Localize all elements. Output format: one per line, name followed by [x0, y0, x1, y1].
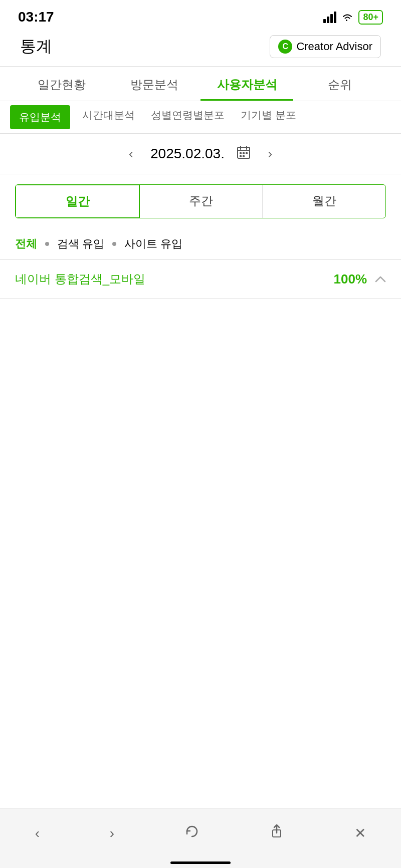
period-monthly-button[interactable]: 월간: [263, 185, 385, 218]
main-nav-user[interactable]: 사용자분석: [200, 67, 293, 101]
sub-nav-gender[interactable]: 성별연령별분포: [143, 101, 233, 133]
creator-advisor-button[interactable]: C Creator Advisor: [270, 35, 381, 58]
data-row-0: 네이버 통합검색_모바일 100%: [0, 260, 401, 299]
date-prev-button[interactable]: ‹: [124, 144, 138, 164]
filter-all[interactable]: 전체: [15, 236, 37, 251]
date-nav: ‹ 2025.02.03. ›: [0, 134, 401, 174]
status-time: 03:17: [18, 9, 54, 25]
battery-badge: 80+: [358, 10, 383, 25]
wifi-icon: [341, 12, 353, 22]
main-nav: 일간현황 방문분석 사용자분석 순위: [0, 67, 401, 101]
sub-nav-device[interactable]: 기기별 분포: [233, 101, 304, 133]
data-label-0: 네이버 통합검색_모바일: [15, 271, 145, 287]
page-title: 통계: [20, 36, 52, 58]
date-next-button[interactable]: ›: [263, 144, 277, 164]
home-indicator: [170, 861, 231, 864]
status-bar: 03:17 80+: [0, 0, 401, 30]
period-selector: 일간 주간 월간: [15, 184, 386, 218]
svg-rect-6: [246, 152, 248, 154]
main-nav-daily[interactable]: 일간현황: [15, 67, 108, 101]
filter-site-label: 사이트 유입: [124, 236, 182, 251]
period-weekly-button[interactable]: 주간: [139, 185, 263, 218]
main-nav-visit[interactable]: 방문분석: [108, 67, 200, 101]
header: 통계 C Creator Advisor: [0, 30, 401, 66]
bottom-nav: ‹ › ✕: [0, 808, 401, 868]
svg-rect-7: [240, 155, 242, 157]
status-icons: 80+: [323, 10, 383, 25]
signal-icon: [323, 12, 336, 23]
sub-nav-inflow[interactable]: 유입분석: [10, 105, 70, 129]
calendar-icon[interactable]: [237, 145, 251, 163]
svg-rect-4: [240, 152, 242, 154]
svg-rect-5: [243, 152, 245, 154]
filter-search[interactable]: 검색 유입: [57, 236, 104, 251]
data-value-0: 100%: [334, 271, 386, 287]
nav-reload-button[interactable]: [174, 819, 210, 847]
creator-advisor-logo: C: [278, 40, 292, 54]
filter-search-label: 검색 유입: [57, 236, 104, 251]
main-nav-rank[interactable]: 순위: [293, 67, 386, 101]
sub-nav: 유입분석 시간대분석 성별연령별분포 기기별 분포: [0, 101, 401, 134]
sub-nav-time[interactable]: 시간대분석: [74, 101, 143, 133]
filter-all-label: 전체: [15, 236, 37, 251]
filter-dot-1: [45, 242, 49, 246]
nav-forward-button[interactable]: ›: [100, 820, 124, 846]
filter-dot-2: [112, 242, 116, 246]
filter-row: 전체 검색 유입 사이트 유입: [0, 228, 401, 260]
chevron-up-icon-0[interactable]: [375, 272, 386, 285]
period-daily-button[interactable]: 일간: [15, 184, 140, 218]
date-display: 2025.02.03.: [150, 146, 225, 162]
filter-site[interactable]: 사이트 유입: [124, 236, 182, 251]
creator-advisor-label: Creator Advisor: [296, 40, 372, 53]
data-percent-0: 100%: [334, 271, 367, 287]
svg-rect-8: [243, 155, 245, 157]
nav-share-button[interactable]: [259, 819, 294, 847]
nav-back-button[interactable]: ‹: [25, 820, 50, 846]
nav-close-button[interactable]: ✕: [344, 820, 376, 846]
